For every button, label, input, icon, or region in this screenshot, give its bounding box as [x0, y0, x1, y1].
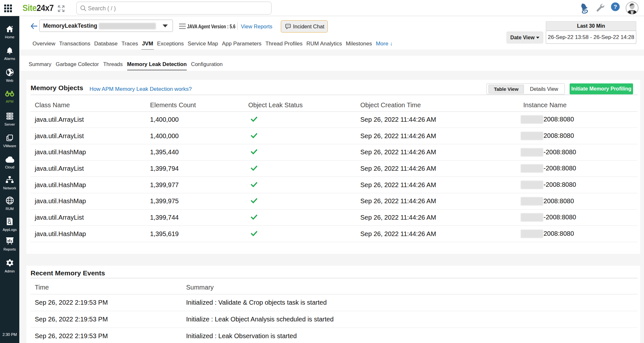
svg-text:?: ? [614, 4, 617, 10]
